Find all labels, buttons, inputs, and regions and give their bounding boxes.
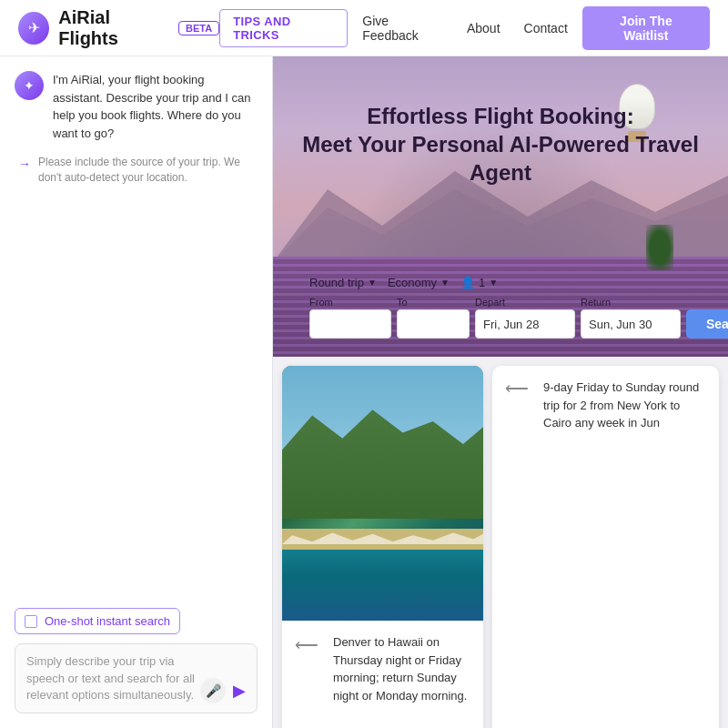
to-input[interactable] [397,309,470,339]
trip-type-label: Round trip [309,276,364,289]
input-icons: 🎤 ▶ [200,678,246,703]
tips-and-tricks-button[interactable]: TIPS AND TRICKS [219,9,348,47]
cabin-type-selector[interactable]: Economy ▼ [388,276,450,289]
return-field-group: Return [581,297,681,339]
passenger-icon: 👤 [460,276,475,289]
return-label: Return [581,297,681,308]
join-waitlist-button[interactable]: Join The Waitlist [582,6,710,50]
from-input[interactable] [309,309,391,339]
beta-badge: BETA [178,21,219,35]
tree-illustration [646,225,673,270]
chat-hint: → Please include the source of your trip… [15,155,258,186]
from-field-group: From [309,297,391,339]
hint-text: Please include the source of your trip. … [38,155,258,186]
passenger-chevron: ▼ [489,278,498,288]
logo-icon: ✈ [18,12,49,45]
cabin-type-label: Economy [388,276,437,289]
microphone-icon[interactable]: 🎤 [200,678,226,703]
depart-input[interactable] [475,309,575,339]
hero-text: Effortless Flight Booking: Meet Your Per… [273,102,728,187]
card-1-text: Denver to Hawaii on Thursday night or Fr… [333,633,470,704]
one-shot-container: One-shot instant search [15,608,180,634]
hint-arrow-icon: → [18,156,31,174]
one-shot-checkbox[interactable] [25,615,37,628]
sidebar: ✦ I'm AiRial, your flight booking assist… [0,56,273,728]
coastal-scene [282,366,483,621]
assistant-message: I'm AiRial, your flight booking assistan… [53,71,258,142]
give-feedback-link[interactable]: Give Feedback [353,9,452,47]
card-1-image [282,366,483,621]
nav-links: TIPS AND TRICKS Give Feedback About Cont… [219,6,710,50]
search-button[interactable]: Search [686,309,728,339]
logo-area: ✈ AiRial Flights BETA [18,7,219,49]
card-2-content: ⟵ 9-day Friday to Sunday round trip for … [505,379,706,432]
return-input[interactable] [581,309,681,339]
to-label: To [397,297,470,308]
depart-label: Depart [475,297,575,308]
hero-title-line3: Agent [273,158,728,187]
hero-section: Effortless Flight Booking: Meet Your Per… [273,56,728,357]
one-shot-label[interactable]: One-shot instant search [45,614,170,628]
hero-title: Effortless Flight Booking: Meet Your Per… [273,102,728,187]
card-2-arrow-icon[interactable]: ⟵ [505,379,529,399]
assistant-avatar: ✦ [15,71,44,100]
to-field-group: To [397,297,470,339]
card-1-arrow-icon[interactable]: ⟵ [295,633,318,658]
card-1-description: ⟵ Denver to Hawaii on Thursday night or … [295,633,470,704]
cabin-type-chevron: ▼ [440,278,450,288]
logo-text: AiRial Flights [58,7,169,49]
chat-bubble: ✦ I'm AiRial, your flight booking assist… [15,71,258,142]
card-2-text: 9-day Friday to Sunday round trip for 2 … [543,379,706,432]
card-1-body: ⟵ Denver to Hawaii on Thursday night or … [282,621,483,728]
cards-section: ⟵ Denver to Hawaii on Thursday night or … [273,357,728,728]
about-link[interactable]: About [458,16,510,40]
send-icon[interactable]: ▶ [233,681,246,701]
hero-title-line1: Effortless Flight Booking: [273,102,728,130]
chat-input-text: Simply describe your trip via speech or … [26,653,200,703]
card-2: ⟵ 9-day Friday to Sunday round trip for … [492,366,719,728]
one-shot-row: One-shot instant search [25,614,170,628]
passenger-count: 1 [479,276,485,289]
chat-input-area[interactable]: Simply describe your trip via speech or … [15,643,258,713]
trip-type-selector[interactable]: Round trip ▼ [309,276,377,289]
card-1: ⟵ Denver to Hawaii on Thursday night or … [282,366,483,728]
search-form: Round trip ▼ Economy ▼ 👤 1 ▼ Fr [309,276,692,339]
trip-type-chevron: ▼ [368,278,377,288]
sidebar-bottom: One-shot instant search Simply describe … [15,608,258,713]
right-content: Effortless Flight Booking: Meet Your Per… [273,56,728,728]
main-layout: ✦ I'm AiRial, your flight booking assist… [0,56,728,728]
header: ✈ AiRial Flights BETA TIPS AND TRICKS Gi… [0,0,728,56]
depart-field-group: Depart [475,297,575,339]
from-label: From [309,297,391,308]
contact-link[interactable]: Contact [515,16,577,40]
form-options: Round trip ▼ Economy ▼ 👤 1 ▼ [309,276,692,289]
form-fields-row: From To Depart Return Sea [309,297,692,339]
hero-title-line2: Meet Your Personal AI-Powered Travel [273,130,728,158]
passenger-selector[interactable]: 👤 1 ▼ [460,276,498,289]
